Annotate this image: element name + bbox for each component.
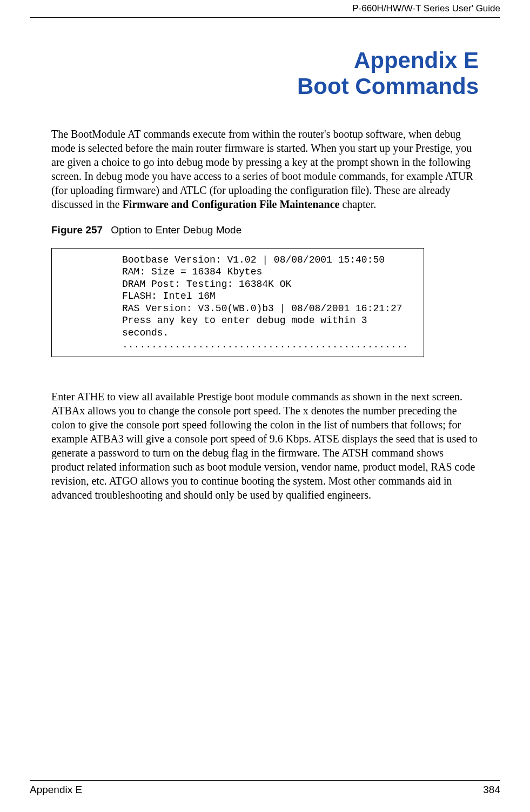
figure-label: Figure 257 Option to Enter Debug Mode [51, 224, 479, 236]
figure-caption: Option to Enter Debug Mode [111, 224, 241, 236]
intro-paragraph: The BootModule AT commands execute from … [51, 127, 479, 211]
code-box: Bootbase Version: V1.02 | 08/08/2001 15:… [51, 248, 424, 357]
body-area: Appendix E Boot Commands The BootModule … [30, 48, 500, 502]
footer-left: Appendix E [30, 784, 82, 795]
page: P-660H/HW/W-T Series User' Guide Appendi… [0, 0, 530, 812]
guide-title: P-660H/HW/W-T Series User' Guide [352, 3, 500, 14]
second-paragraph: Enter ATHE to view all available Prestig… [51, 390, 479, 502]
title-line1: Appendix E [354, 48, 479, 73]
intro-text-part2: chapter. [339, 198, 376, 210]
title-line2: Boot Commands [297, 73, 479, 99]
figure-number: Figure 257 [51, 224, 103, 236]
intro-text-bold: Firmware and Configuration File Maintena… [123, 198, 340, 210]
footer-page-number: 384 [483, 784, 500, 796]
page-header: P-660H/HW/W-T Series User' Guide [30, 0, 500, 18]
appendix-title: Appendix E Boot Commands [51, 48, 479, 100]
page-footer: Appendix E 384 [30, 780, 500, 796]
